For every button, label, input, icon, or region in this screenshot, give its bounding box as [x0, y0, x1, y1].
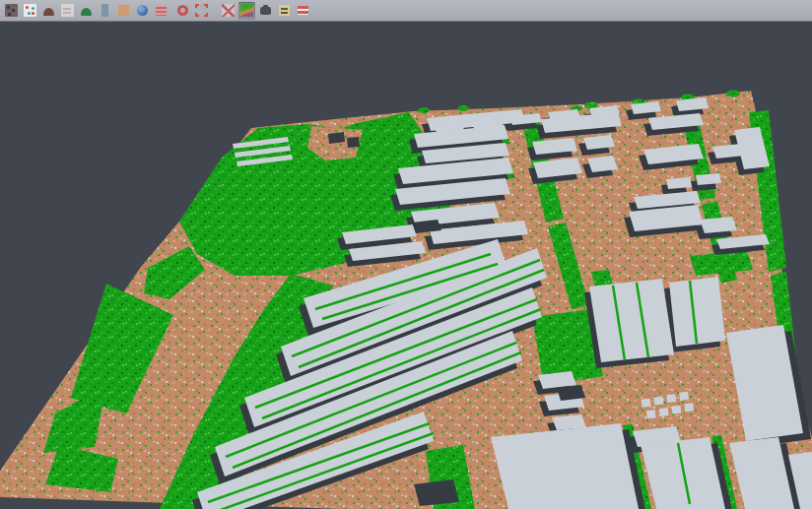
camera-snapshot-icon	[259, 4, 272, 17]
terrain-surface-button[interactable]	[40, 2, 57, 20]
vegetation-layer-button[interactable]	[78, 2, 95, 20]
globe-view-button[interactable]	[134, 2, 151, 20]
toolbar	[0, 0, 812, 22]
ground-layer-button[interactable]	[115, 2, 132, 20]
globe-view-icon	[136, 4, 149, 17]
noise-points-button[interactable]	[3, 2, 20, 20]
3d-viewport[interactable]	[0, 22, 812, 509]
classification-colors-icon	[240, 4, 253, 17]
classification-colors-button[interactable]	[238, 2, 255, 20]
point-cloud-canvas[interactable]	[0, 22, 812, 509]
building-layer-button[interactable]	[97, 2, 113, 20]
profile-view-button[interactable]	[153, 2, 169, 20]
camera-snapshot-button[interactable]	[257, 2, 274, 20]
contour-lines-button[interactable]	[59, 2, 76, 20]
select-region-button[interactable]	[193, 2, 210, 20]
clip-volume-button[interactable]	[220, 2, 237, 20]
contour-lines-icon	[61, 4, 74, 17]
target-circle-button[interactable]	[174, 2, 191, 20]
scatter-points-icon	[24, 4, 36, 17]
building-layer-icon	[99, 4, 111, 17]
vegetation-layer-icon	[80, 4, 93, 17]
coordinate-readout-button[interactable]	[276, 2, 293, 20]
select-region-icon	[195, 4, 208, 17]
clip-volume-icon	[222, 4, 235, 17]
target-circle-icon	[176, 4, 189, 17]
flag-marker-button[interactable]	[295, 2, 311, 20]
terrain-surface-icon	[42, 4, 55, 17]
coordinate-readout-icon	[278, 4, 291, 17]
flag-marker-icon	[297, 4, 309, 17]
profile-view-icon	[155, 4, 168, 17]
noise-points-icon	[5, 4, 18, 17]
ground-layer-icon	[117, 4, 130, 17]
application-window	[0, 0, 812, 509]
scatter-points-button[interactable]	[22, 2, 38, 20]
